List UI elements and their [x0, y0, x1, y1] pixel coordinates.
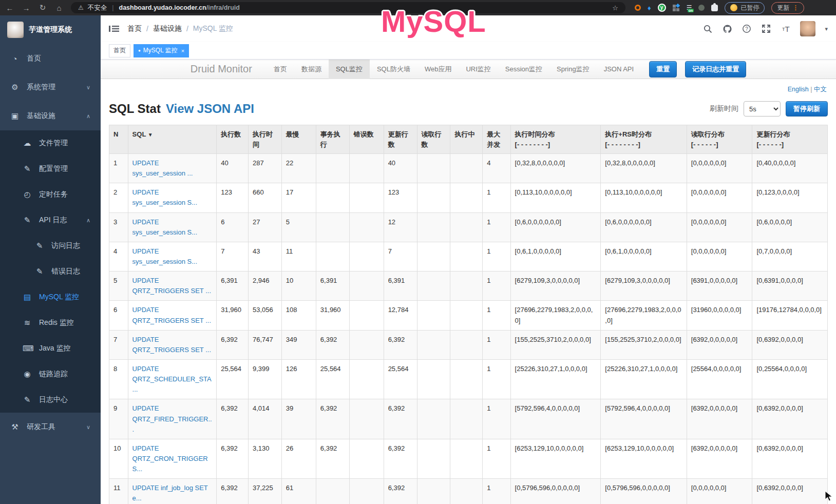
- cell-sql: UPDATE QRTZ_FIRED_TRIGGER...: [128, 399, 217, 439]
- view-json-api-link[interactable]: View JSON API: [166, 102, 254, 116]
- sidebar-item-config[interactable]: ✎配置管理: [0, 156, 101, 182]
- sidebar-item-api-log[interactable]: ✎API 日志∧: [0, 207, 101, 233]
- cell-running: [450, 242, 483, 271]
- cell-d3: [31960,0,0,0,0,0]: [687, 301, 752, 330]
- avatar-caret-icon[interactable]: ▾: [825, 26, 828, 32]
- sidebar-logo[interactable]: 芋道管理系统: [0, 15, 101, 44]
- sql-statement-link[interactable]: UPDATE QRTZ_TRIGGERS SET ...: [132, 306, 211, 324]
- paused-badge[interactable]: 已暂停: [725, 2, 765, 14]
- sidebar-item-label: 链路追踪: [39, 370, 90, 379]
- extension-squares-icon[interactable]: [673, 4, 680, 11]
- cell-d4: [0,6392,0,0,0,0]: [752, 439, 828, 478]
- breadcrumb-infra[interactable]: 基础设施: [153, 24, 182, 33]
- pause-refresh-button[interactable]: 暂停刷新: [786, 101, 828, 117]
- user-avatar[interactable]: [800, 21, 815, 36]
- breadcrumb-home[interactable]: 首页: [127, 24, 142, 33]
- cell-err: [349, 301, 384, 330]
- sidebar-item-job[interactable]: ◴定时任务: [0, 182, 101, 207]
- cell-running: [450, 301, 483, 330]
- druid-nav-item[interactable]: 数据源: [294, 60, 329, 79]
- extension-list-icon[interactable]: ☰on: [687, 4, 692, 11]
- sql-statement-link[interactable]: UPDATE QRTZ_TRIGGERS SET ...: [132, 277, 211, 295]
- cell-read: [417, 272, 450, 301]
- druid-nav-item[interactable]: URI监控: [459, 60, 498, 79]
- extension-gem-icon[interactable]: ♦: [648, 4, 651, 12]
- sidebar-item-file[interactable]: ☁文件管理: [0, 130, 101, 156]
- tag-mysql-monitor[interactable]: ●MySQL 监控×: [134, 44, 189, 57]
- search-icon[interactable]: [702, 24, 713, 34]
- cell-running: [450, 330, 483, 359]
- address-bar[interactable]: ⚠ 不安全 | dashboard.yudao.iocoder.cn/infra…: [71, 2, 625, 13]
- tag-close-icon[interactable]: ×: [181, 48, 184, 54]
- sidebar-item-java[interactable]: ⌨Java 监控: [0, 336, 101, 361]
- lang-english-link[interactable]: English: [788, 86, 809, 93]
- cell-tx: [316, 154, 349, 183]
- extension-misc-icon[interactable]: [698, 5, 705, 11]
- sql-statement-link[interactable]: UPDATE QRTZ_TRIGGERS SET ...: [132, 336, 211, 354]
- cell-running: [450, 212, 483, 242]
- druid-nav-item[interactable]: SQL防火墙: [370, 60, 417, 79]
- sidebar-item-log-center[interactable]: ✎日志中心: [0, 387, 101, 413]
- column-header-sql[interactable]: SQL ▼: [128, 125, 217, 154]
- sql-statement-link[interactable]: UPDATE sys_user_session ...: [132, 159, 193, 177]
- github-icon[interactable]: [722, 24, 732, 34]
- sidebar-item-error-log[interactable]: ✎错误日志: [0, 259, 101, 284]
- hamburger-icon[interactable]: [109, 25, 119, 33]
- fullscreen-icon[interactable]: [761, 24, 771, 34]
- cell-tx: 25,564: [316, 359, 349, 399]
- cell-upd: 123: [384, 183, 417, 212]
- sidebar-item-label: MySQL 监控: [39, 293, 90, 302]
- sql-statement-link[interactable]: UPDATE sys_user_session S...: [132, 188, 197, 206]
- lang-separator: |: [810, 86, 812, 93]
- sidebar-item-access-log[interactable]: ✎访问日志: [0, 233, 101, 259]
- column-header-d2: 执行+RS时分布[- - - - - - - -]: [601, 125, 687, 154]
- browser-home-icon[interactable]: ⌂: [54, 4, 64, 12]
- sql-statement-link[interactable]: UPDATE sys_user_session S...: [132, 218, 197, 236]
- dashboard-icon: ◔: [10, 54, 20, 63]
- sql-statement-link[interactable]: UPDATE sys_user_session S...: [132, 247, 197, 265]
- sidebar-item-infra[interactable]: ▣基础设施∧: [0, 102, 101, 130]
- sql-statement-link[interactable]: UPDATE QRTZ_SCHEDULER_STA...: [132, 365, 212, 393]
- refresh-interval-select[interactable]: 5s: [744, 101, 781, 117]
- sql-statement-link[interactable]: UPDATE inf_job_log SET e...: [132, 484, 208, 502]
- sidebar-item-redis[interactable]: ≋Redis 监控: [0, 310, 101, 336]
- lang-chinese-link[interactable]: 中文: [814, 86, 827, 93]
- cell-n: 10: [109, 439, 128, 478]
- druid-nav-item[interactable]: Spring监控: [549, 60, 597, 79]
- sidebar-item-label: 访问日志: [51, 241, 90, 250]
- sidebar-item-mysql[interactable]: ▤MySQL 监控: [0, 284, 101, 310]
- table-row: 3UPDATE sys_user_session S...6275121[0,6…: [109, 212, 828, 242]
- sidebar-item-system[interactable]: ⚙系统管理∨: [0, 73, 101, 102]
- extensions-puzzle-icon[interactable]: [711, 5, 718, 11]
- sidebar-item-dev-tools[interactable]: ⚒研发工具∨: [0, 413, 101, 441]
- text-size-icon[interactable]: тT: [781, 24, 791, 34]
- sidebar-item-home[interactable]: ◔首页: [0, 44, 101, 73]
- sql-statement-link[interactable]: UPDATE QRTZ_FIRED_TRIGGER...: [132, 404, 212, 433]
- cell-slow: 22: [281, 154, 316, 183]
- sidebar-item-trace[interactable]: ◉链路追踪: [0, 361, 101, 387]
- browser-back-icon[interactable]: ←: [5, 4, 14, 12]
- druid-nav-item[interactable]: Session监控: [498, 60, 549, 79]
- cell-running: [450, 154, 483, 183]
- druid-nav-item[interactable]: JSON API: [597, 60, 641, 78]
- help-icon[interactable]: ?: [742, 24, 752, 34]
- browser-forward-icon[interactable]: →: [22, 4, 31, 12]
- cell-read: [417, 212, 450, 242]
- log-and-reset-button[interactable]: 记录日志并重置: [685, 61, 746, 77]
- kebab-menu-icon[interactable]: ⋮: [792, 4, 799, 11]
- cell-sql: UPDATE QRTZ_TRIGGERS SET ...: [128, 330, 217, 359]
- update-badge[interactable]: 更新⋮: [771, 2, 804, 14]
- druid-nav-item[interactable]: Web应用: [417, 60, 459, 79]
- not-secure-label: 不安全: [88, 4, 107, 12]
- bookmark-star-icon[interactable]: ☆: [612, 4, 618, 12]
- druid-nav-item[interactable]: 首页: [267, 60, 294, 79]
- extension-donut-icon[interactable]: [635, 5, 641, 11]
- sql-statement-link[interactable]: UPDATE QRTZ_CRON_TRIGGERS...: [132, 444, 208, 473]
- cell-d3: [6391,0,0,0,0,0]: [687, 272, 752, 301]
- reset-button[interactable]: 重置: [649, 61, 677, 77]
- tag-home[interactable]: 首页: [109, 44, 130, 57]
- cell-d2: [0,113,10,0,0,0,0,0]: [601, 183, 687, 212]
- druid-nav-item[interactable]: SQL监控: [329, 60, 370, 79]
- browser-refresh-icon[interactable]: ↻: [38, 3, 47, 12]
- extension-green-icon[interactable]: y: [658, 4, 666, 12]
